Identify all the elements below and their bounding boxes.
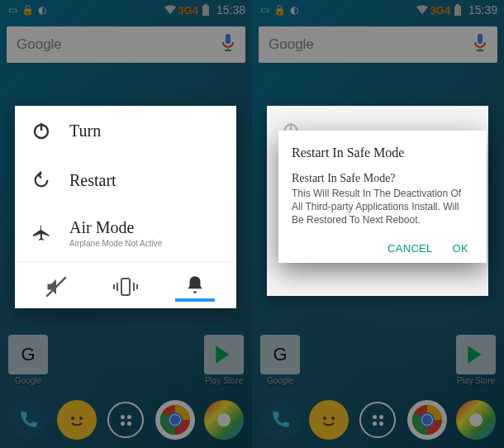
- power-off-label: Turn: [69, 122, 101, 141]
- airplane-label: Air Mode: [69, 218, 162, 237]
- restart-label: Restart: [69, 171, 116, 190]
- cancel-button[interactable]: CANCEL: [388, 242, 433, 255]
- dialog-title: Restart In Safe Mode: [292, 145, 473, 160]
- airplane-item[interactable]: Air Mode Airplane Mode Not Active: [15, 205, 236, 261]
- dialog-subtitle: Restart In Safe Mode?: [292, 172, 473, 185]
- airplane-icon: [30, 222, 53, 245]
- safe-mode-dialog: Restart In Safe Mode Restart In Safe Mod…: [278, 131, 487, 263]
- ok-button[interactable]: OK: [453, 242, 468, 255]
- dialog-actions: CANCEL OK: [292, 242, 473, 255]
- restart-icon: [30, 169, 53, 192]
- mute-icon[interactable]: [36, 272, 76, 302]
- power-off-item[interactable]: Turn: [15, 106, 236, 155]
- power-menu: Turn Restart Air Mode Airplane Mode Not …: [15, 106, 236, 308]
- ring-icon[interactable]: [175, 272, 215, 302]
- sound-mode-row: [15, 261, 236, 308]
- airplane-sublabel: Airplane Mode Not Active: [69, 239, 162, 248]
- restart-item[interactable]: Restart: [15, 155, 236, 205]
- phone-left: ▭ 🔒 ◐ 3G4 15:38 Google G Google: [0, 0, 252, 448]
- phone-right: ▭ 🔒 ◐ 3G4 15:39 Google G Google: [252, 0, 504, 448]
- power-icon: [30, 119, 53, 142]
- dialog-body: This Will Result In The Deactivation Of …: [292, 187, 473, 227]
- vibrate-icon[interactable]: [106, 272, 145, 302]
- svg-rect-16: [121, 279, 130, 295]
